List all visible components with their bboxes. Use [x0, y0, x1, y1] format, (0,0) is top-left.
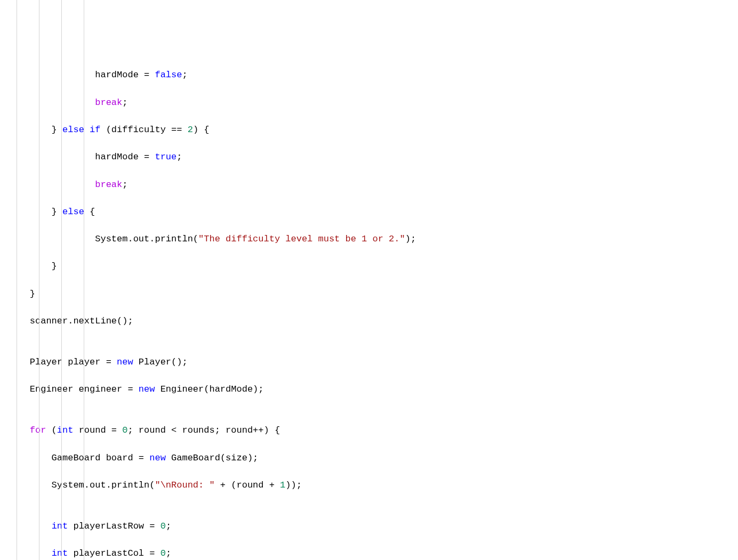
code-line: } else {: [8, 205, 738, 219]
code-editor-area[interactable]: hardMode = false; break; } else if (diff…: [8, 0, 738, 560]
code-line: System.out.println("\nRound: " + (round …: [8, 478, 738, 492]
code-line: int playerLastRow = 0;: [8, 520, 738, 533]
code-line: break;: [8, 178, 738, 192]
code-line: Player player = new Player();: [8, 355, 738, 369]
code-line: for (int round = 0; round < rounds; roun…: [8, 424, 738, 437]
code-line: hardMode = false;: [8, 68, 738, 82]
code-line: System.out.println("The difficulty level…: [8, 232, 738, 246]
code-line: } else if (difficulty == 2) {: [8, 123, 738, 137]
code-line: scanner.nextLine();: [8, 314, 738, 328]
code-line: }: [8, 287, 738, 301]
code-line: int playerLastCol = 0;: [8, 547, 738, 560]
code-line: Engineer engineer = new Engineer(hardMod…: [8, 383, 738, 396]
code-line: break;: [8, 96, 738, 110]
code-line: hardMode = true;: [8, 150, 738, 164]
code-line: }: [8, 259, 738, 273]
code-line: GameBoard board = new GameBoard(size);: [8, 451, 738, 465]
